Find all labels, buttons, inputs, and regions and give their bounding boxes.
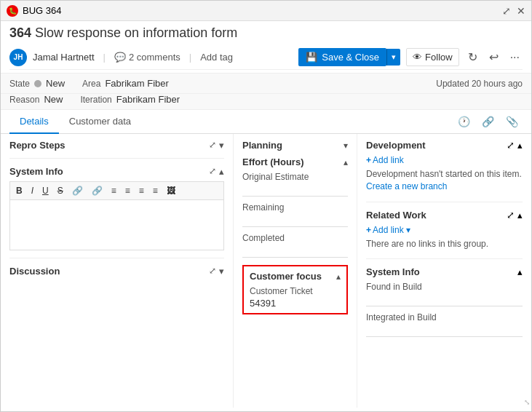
dev-collapse-icon[interactable]: ▴ — [517, 140, 523, 151]
repro-collapse-icon[interactable]: ▾ — [219, 140, 224, 151]
divider-right-1 — [366, 202, 523, 202]
work-item-title: 364 Slow response on information form — [9, 25, 523, 41]
indent-button[interactable]: ≡ — [136, 185, 147, 197]
completed-value[interactable] — [242, 245, 348, 258]
image-button[interactable]: 🖼 — [164, 185, 178, 197]
rw-collapse-icon[interactable]: ▴ — [517, 210, 523, 221]
title-bar: 🐛 BUG 364 ⤢ ✕ — [1, 1, 531, 21]
unlink-button[interactable]: 🔗 — [89, 185, 106, 197]
effort-collapse-icon[interactable]: ▴ — [344, 157, 348, 167]
found-in-build-field: Found in Build — [366, 282, 523, 306]
found-in-build-value[interactable] — [366, 293, 523, 306]
tab-icons: 🕐 🔗 📎 — [453, 111, 523, 132]
integrated-in-build-value[interactable] — [366, 324, 523, 337]
editor-toolbar: B I U S 🔗 🔗 ≡ ≡ ≡ ≡ 🖼 — [9, 181, 224, 199]
expand-icon[interactable]: ⤢ — [502, 5, 511, 17]
create-branch-link[interactable]: Create a new branch — [366, 181, 447, 191]
area-value[interactable]: Fabrikam Fiber — [105, 78, 168, 89]
related-work-section: Related Work ⤢ ▴ +Add link ▾ There are n… — [366, 210, 523, 250]
tab-details[interactable]: Details — [9, 110, 59, 134]
refresh-button[interactable]: ↻ — [465, 49, 480, 66]
original-estimate-value[interactable] — [242, 183, 348, 197]
updated-timestamp: Updated 20 hours ago — [436, 79, 523, 89]
save-close-button[interactable]: 💾 Save & Close — [298, 48, 386, 66]
discussion-expand-icon[interactable]: ⤢ — [209, 266, 216, 277]
history-tab-icon[interactable]: 🕐 — [453, 111, 475, 132]
undo-button[interactable]: ↩ — [486, 49, 501, 66]
paperclip-tab-icon[interactable]: 📎 — [501, 111, 523, 132]
remaining-value[interactable] — [242, 214, 348, 227]
development-section: Development ⤢ ▴ +Add link Development ha… — [366, 140, 523, 193]
iteration-value[interactable]: Fabrikam Fiber — [116, 94, 180, 105]
work-item-title-text: Slow response on information form — [31, 25, 237, 40]
area-label: Area — [82, 79, 100, 89]
integrated-in-build-label: Integrated in Build — [366, 312, 523, 322]
tabs-bar: Details Customer data 🕐 🔗 📎 — [1, 110, 531, 134]
system-info-right-header: System Info ▴ — [366, 266, 523, 277]
development-header: Development ⤢ ▴ — [366, 140, 523, 151]
state-label: State — [9, 79, 30, 89]
state-value[interactable]: New — [46, 78, 65, 89]
iteration-group: Iteration Fabrikam Fiber — [80, 94, 180, 105]
planning-collapse-icon[interactable]: ▾ — [344, 140, 348, 151]
save-icon: 💾 — [306, 52, 317, 63]
sysinfo-right-collapse-icon[interactable]: ▴ — [517, 266, 523, 277]
discussion-section-header: Discussion ⤢ ▾ — [9, 266, 224, 277]
avatar: JH — [9, 49, 27, 66]
sysinfo-expand-icon[interactable]: ⤢ — [209, 166, 216, 177]
title-bar-label: BUG 364 — [23, 5, 61, 16]
add-tag-button[interactable]: Add tag — [200, 52, 233, 63]
rw-expand-icon[interactable]: ⤢ — [507, 210, 515, 221]
area-group: Area Fabrikam Fiber — [82, 78, 169, 89]
tab-customer-data[interactable]: Customer data — [59, 110, 141, 134]
sysinfo-collapse-icon[interactable]: ▴ — [219, 166, 224, 177]
underline-button[interactable]: U — [39, 185, 52, 197]
main-content: Repro Steps ⤢ ▾ System Info ⤢ ▴ B I U S … — [1, 134, 531, 408]
reason-label: Reason — [9, 95, 39, 105]
development-icons: ⤢ ▴ — [507, 140, 523, 151]
bullet-list-button[interactable]: ≡ — [108, 185, 119, 197]
found-in-build-label: Found in Build — [366, 282, 523, 292]
more-button[interactable]: ··· — [507, 49, 523, 66]
customer-focus-collapse-icon[interactable]: ▴ — [336, 272, 341, 282]
discussion-icons: ⤢ ▾ — [209, 266, 224, 277]
ordered-list-button[interactable]: ≡ — [122, 185, 133, 197]
divider-right-2 — [366, 258, 523, 259]
add-link-plus-icon: + — [366, 155, 371, 165]
completed-label: Completed — [242, 233, 348, 243]
title-bar-right: ⤢ ✕ — [502, 5, 525, 17]
toolbar: JH Jamal Hartnett | 💬 2 comments | Add t… — [9, 45, 523, 70]
system-info-editor[interactable] — [9, 199, 224, 250]
divider-1 — [9, 158, 224, 159]
comment-button[interactable]: 💬 2 comments — [114, 52, 180, 63]
repro-expand-icon[interactable]: ⤢ — [209, 140, 216, 151]
customer-ticket-value[interactable]: 54391 — [250, 298, 341, 309]
save-close-dropdown[interactable]: ▾ — [386, 49, 400, 66]
italic-button[interactable]: I — [28, 185, 36, 197]
effort-section: Effort (Hours) ▴ Original Estimate Remai… — [242, 157, 348, 258]
link-tab-icon[interactable]: 🔗 — [477, 111, 499, 132]
system-info-section-header: System Info ⤢ ▴ — [9, 166, 224, 177]
bold-button[interactable]: B — [13, 185, 25, 197]
resize-handle[interactable]: ⤡ — [524, 398, 530, 406]
close-icon[interactable]: ✕ — [517, 5, 525, 17]
follow-button[interactable]: 👁 Follow — [406, 48, 459, 66]
link-button[interactable]: 🔗 — [69, 185, 86, 197]
reason-value[interactable]: New — [44, 94, 63, 105]
outdent-button[interactable]: ≡ — [150, 185, 161, 197]
development-add-link[interactable]: +Add link — [366, 155, 523, 165]
repro-steps-icons: ⤢ ▾ — [209, 140, 224, 151]
customer-focus-title: Customer focus — [250, 271, 322, 282]
bug-icon: 🐛 — [7, 5, 18, 17]
system-info-right-section: System Info ▴ Found in Build Integrated … — [366, 266, 523, 337]
dev-expand-icon[interactable]: ⤢ — [507, 140, 515, 151]
development-title: Development — [366, 140, 426, 151]
planning-title: Planning — [242, 140, 282, 151]
repro-steps-section-header: Repro Steps ⤢ ▾ — [9, 140, 224, 151]
right-panel: Development ⤢ ▴ +Add link Development ha… — [357, 134, 531, 408]
iteration-label: Iteration — [80, 95, 111, 105]
strikethrough-button[interactable]: S — [55, 185, 66, 197]
discussion-collapse-icon[interactable]: ▾ — [219, 266, 224, 277]
related-work-add-link[interactable]: +Add link ▾ — [366, 225, 523, 235]
completed-field: Completed — [242, 233, 348, 258]
